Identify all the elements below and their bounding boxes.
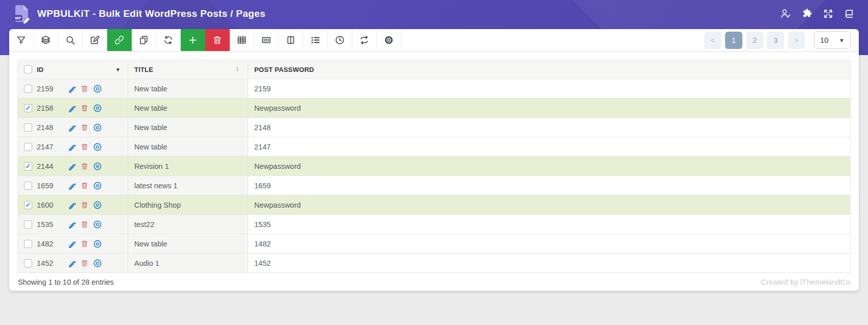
columns-icon <box>285 35 296 45</box>
view-post-button[interactable] <box>93 181 102 190</box>
puzzle-icon[interactable] <box>801 8 813 19</box>
cell-title[interactable]: Clothing Shop <box>128 195 248 214</box>
cell-title[interactable]: test22 <box>128 215 248 234</box>
row-password-value: Newpassword <box>254 162 301 170</box>
cell-post-password[interactable]: 1535 <box>248 215 850 234</box>
row-checkbox[interactable] <box>24 240 32 248</box>
refresh-icon <box>163 35 174 45</box>
delete-post-button[interactable] <box>81 240 88 247</box>
header-cell-id[interactable]: ID ▼ <box>18 60 128 79</box>
toolbar-edit-button[interactable] <box>83 29 107 51</box>
row-checkbox[interactable] <box>24 85 32 93</box>
view-post-button[interactable] <box>93 162 102 171</box>
delete-post-button[interactable] <box>81 220 88 228</box>
view-post-button[interactable] <box>93 104 102 113</box>
row-title-value: latest news 1 <box>134 182 178 190</box>
cell-post-password[interactable]: Newpassword <box>248 195 850 214</box>
view-post-button[interactable] <box>93 84 102 93</box>
book-icon[interactable] <box>843 8 855 19</box>
cell-title[interactable]: New table <box>128 98 248 117</box>
view-post-button[interactable] <box>93 239 102 248</box>
cell-title[interactable]: latest news 1 <box>128 176 248 195</box>
toolbar-link-button[interactable] <box>107 29 132 51</box>
delete-post-button[interactable] <box>81 123 88 131</box>
delete-icon <box>212 35 223 45</box>
toolbar-inline-edit-button[interactable] <box>254 29 279 51</box>
toolbar-list-button[interactable] <box>303 29 328 51</box>
row-checkbox[interactable]: ✓ <box>24 104 32 112</box>
cell-post-password[interactable]: 2148 <box>248 118 850 137</box>
toolbar-filter-button[interactable] <box>9 29 34 51</box>
select-all-checkbox[interactable] <box>24 65 32 73</box>
delete-post-button[interactable] <box>81 182 88 189</box>
edit-post-button[interactable] <box>68 162 76 170</box>
fullscreen-icon[interactable] <box>823 8 834 19</box>
toolbar-search-button[interactable] <box>58 29 83 51</box>
cell-post-password[interactable]: 2159 <box>248 79 850 98</box>
delete-post-button[interactable] <box>81 259 88 267</box>
row-checkbox[interactable] <box>24 259 32 267</box>
row-checkbox[interactable] <box>24 220 32 229</box>
credit-text: Created by iThemelandCo <box>761 278 850 286</box>
cell-title[interactable]: New table <box>128 79 248 98</box>
toolbar-columns-button[interactable] <box>279 29 303 51</box>
pagination-page-3[interactable]: 3 <box>767 32 784 49</box>
row-checkbox[interactable]: ✓ <box>24 201 32 209</box>
toolbar-settings-button[interactable] <box>377 29 401 51</box>
user-check-icon[interactable] <box>780 8 791 19</box>
edit-post-button[interactable] <box>68 259 76 267</box>
row-password-value: 1659 <box>254 182 271 190</box>
cell-title[interactable]: New table <box>128 137 248 156</box>
delete-post-button[interactable] <box>81 104 88 112</box>
cell-post-password[interactable]: Newpassword <box>248 98 850 117</box>
view-post-button[interactable] <box>93 142 102 152</box>
edit-post-button[interactable] <box>68 143 76 151</box>
cell-post-password[interactable]: 1659 <box>248 176 850 195</box>
toolbar-duplicate-button[interactable] <box>132 29 156 51</box>
row-checkbox[interactable] <box>24 123 32 132</box>
toolbar-table-button[interactable] <box>230 29 254 51</box>
cell-post-password[interactable]: Newpassword <box>248 157 850 176</box>
view-post-button[interactable] <box>93 201 102 210</box>
edit-post-button[interactable] <box>68 240 76 248</box>
edit-post-button[interactable] <box>68 182 76 190</box>
cell-post-password[interactable]: 1482 <box>248 234 850 253</box>
edit-post-button[interactable] <box>68 123 76 132</box>
delete-post-button[interactable] <box>81 162 88 170</box>
edit-post-button[interactable] <box>68 220 76 229</box>
row-checkbox[interactable]: ✓ <box>24 162 32 170</box>
row-checkbox[interactable] <box>24 182 32 190</box>
view-post-button[interactable] <box>93 259 102 268</box>
view-post-button[interactable] <box>93 123 102 132</box>
cell-post-password[interactable]: 2147 <box>248 137 850 156</box>
page-size-select[interactable]: 10▼ <box>814 31 851 49</box>
delete-post-button[interactable] <box>81 85 88 92</box>
row-password-value: 2147 <box>254 143 271 151</box>
toolbar-history-button[interactable] <box>328 29 352 51</box>
cell-title[interactable]: New table <box>128 118 248 137</box>
edit-post-button[interactable] <box>68 85 76 93</box>
toolbar-delete-button[interactable] <box>205 29 230 51</box>
delete-post-button[interactable] <box>81 143 88 151</box>
toolbar-transfer-button[interactable] <box>352 29 377 51</box>
cell-title[interactable]: Audio 1 <box>128 254 248 272</box>
pagination-page-2[interactable]: 2 <box>746 32 763 49</box>
header-cell-title[interactable]: TITLE ▲▼ <box>128 60 248 79</box>
cell-title[interactable]: New table <box>128 234 248 253</box>
edit-post-button[interactable] <box>68 201 76 209</box>
view-post-button[interactable] <box>93 220 102 229</box>
toolbar-add-button[interactable] <box>181 29 205 51</box>
svg-text:WP: WP <box>15 15 21 20</box>
toolbar-refresh-button[interactable] <box>156 29 181 51</box>
row-id-value: 2158 <box>37 104 53 112</box>
delete-post-button[interactable] <box>81 201 88 209</box>
cell-title[interactable]: Revision 1 <box>128 157 248 176</box>
row-checkbox[interactable] <box>24 143 32 151</box>
pagination-next-button[interactable]: > <box>788 32 805 49</box>
pagination-page-1[interactable]: 1 <box>725 32 742 49</box>
cell-post-password[interactable]: 1452 <box>248 254 850 272</box>
toolbar-layers-button[interactable] <box>34 29 58 51</box>
header-cell-post-password[interactable]: POST PASSWORD <box>248 60 850 79</box>
pagination-prev-button[interactable]: < <box>704 32 721 49</box>
edit-post-button[interactable] <box>68 104 76 112</box>
